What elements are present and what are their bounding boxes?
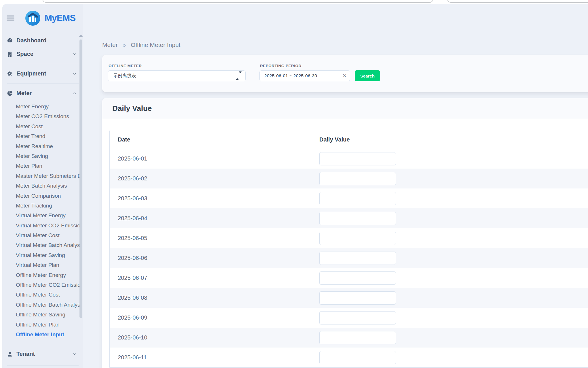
value-cell [311, 288, 588, 308]
sidebar-divider [7, 365, 79, 366]
sidebar-item-meter-co2-emissions[interactable]: Meter CO2 Emissions [2, 112, 79, 121]
sidebar-item-offline-meter-co2-emissions[interactable]: Offline Meter CO2 Emissions [2, 280, 79, 290]
sidebar-item-label: Equipment [16, 70, 46, 77]
sidebar-item-offline-meter-input[interactable]: Offline Meter Input [2, 330, 79, 339]
sidebar-item-dashboard[interactable]: Dashboard [2, 34, 83, 47]
sidebar: MyEMS Dashboard Space [2, 4, 83, 368]
sidebar-item-meter-energy[interactable]: Meter Energy [2, 102, 79, 112]
sidebar-item-meter-realtime[interactable]: Meter Realtime [2, 141, 79, 151]
sidebar-item-meter-saving[interactable]: Meter Saving [2, 151, 79, 161]
chevron-down-icon [72, 352, 77, 356]
daily-value-card-body: Date Daily Value 2025-06-012025-06-02202… [102, 119, 588, 368]
date-cell: 2025-06-11 [110, 348, 311, 367]
sidebar-item-meter-trend[interactable]: Meter Trend [2, 131, 79, 141]
sidebar-item-master-meter-submeters-balance[interactable]: Master Meter Submeters Balance [2, 171, 79, 181]
sidebar-item-offline-meter-energy[interactable]: Offline Meter Energy [2, 270, 79, 280]
column-header-date: Date [110, 130, 311, 149]
table-row: 2025-06-01 [110, 149, 588, 169]
breadcrumb-separator: » [123, 41, 126, 48]
meter-submenu: Meter EnergyMeter CO2 EmissionsMeter Cos… [2, 102, 83, 339]
sidebar-divider [7, 83, 79, 84]
daily-value-input[interactable] [319, 192, 396, 205]
daily-value-table: Date Daily Value 2025-06-012025-06-02202… [109, 130, 588, 368]
sidebar-item-equipment[interactable]: Equipment [2, 67, 83, 80]
browser-chrome-strip [0, 0, 588, 4]
date-cell: 2025-06-09 [110, 308, 311, 328]
offline-meter-label: OFFLINE METER [109, 64, 246, 68]
value-cell [311, 348, 588, 367]
daily-value-table-body: 2025-06-012025-06-022025-06-032025-06-04… [110, 149, 588, 367]
reporting-period-input[interactable]: 2025-06-01 ~ 2025-06-30 × [259, 70, 350, 81]
gear-icon [7, 71, 13, 77]
date-cell: 2025-06-07 [110, 268, 311, 288]
pie-chart-icon [7, 90, 13, 97]
daily-value-input[interactable] [319, 351, 396, 364]
sidebar-item-virtual-meter-cost[interactable]: Virtual Meter Cost [2, 231, 79, 240]
sidebar-item-meter-plan[interactable]: Meter Plan [2, 161, 79, 171]
offline-meter-select[interactable]: 示例离线表 [108, 70, 246, 81]
reporting-period-label: REPORTING PERIOD [260, 64, 350, 68]
date-cell: 2025-06-03 [110, 188, 311, 208]
table-row: 2025-06-05 [110, 228, 588, 248]
value-cell [311, 308, 588, 328]
date-cell: 2025-06-01 [110, 149, 311, 169]
sidebar-item-meter[interactable]: Meter [2, 86, 83, 100]
table-row: 2025-06-04 [110, 208, 588, 228]
daily-value-input[interactable] [319, 172, 396, 185]
value-cell [311, 169, 588, 188]
sidebar-item-offline-meter-plan[interactable]: Offline Meter Plan [2, 320, 79, 330]
sidebar-item-meter-tracking[interactable]: Meter Tracking [2, 201, 79, 211]
value-cell [311, 188, 588, 208]
table-row: 2025-06-03 [110, 188, 588, 208]
clear-icon[interactable]: × [343, 73, 346, 79]
date-cell: 2025-06-08 [110, 288, 311, 308]
main-content: Meter » Offline Meter Input OFFLINE METE… [83, 4, 588, 368]
daily-value-input[interactable] [319, 291, 396, 305]
daily-value-input[interactable] [319, 212, 396, 225]
sidebar-item-virtual-meter-co2-emissions[interactable]: Virtual Meter CO2 Emissions [2, 221, 79, 231]
breadcrumb-current: Offline Meter Input [131, 41, 180, 48]
sidebar-item-virtual-meter-saving[interactable]: Virtual Meter Saving [2, 250, 79, 260]
sidebar-nav: Dashboard Space [2, 4, 83, 368]
sidebar-item-offline-meter-cost[interactable]: Offline Meter Cost [2, 290, 79, 300]
daily-value-input[interactable] [319, 252, 396, 265]
date-cell: 2025-06-02 [110, 169, 311, 188]
daily-value-input[interactable] [319, 331, 396, 344]
chevron-up-icon [72, 91, 77, 96]
breadcrumb-meter[interactable]: Meter [102, 41, 118, 48]
sidebar-item-label: Tenant [16, 351, 35, 357]
sidebar-item-meter-cost[interactable]: Meter Cost [2, 122, 79, 131]
sidebar-item-meter-batch-analysis[interactable]: Meter Batch Analysis [2, 181, 79, 191]
daily-value-input[interactable] [319, 271, 396, 285]
daily-value-card-header: Daily Value [102, 98, 588, 119]
sidebar-item-meter-comparison[interactable]: Meter Comparison [2, 191, 79, 201]
sidebar-item-virtual-meter-plan[interactable]: Virtual Meter Plan [2, 260, 79, 270]
sidebar-scroll-up-arrow[interactable] [79, 35, 83, 37]
value-cell [311, 228, 588, 248]
value-cell [311, 268, 588, 288]
table-row: 2025-06-07 [110, 268, 588, 288]
person-icon [7, 351, 13, 357]
value-cell [311, 328, 588, 348]
sidebar-item-offline-meter-batch-analysis[interactable]: Offline Meter Batch Analysis [2, 300, 79, 310]
date-cell: 2025-06-06 [110, 248, 311, 268]
table-row: 2025-06-02 [110, 169, 588, 188]
sidebar-item-offline-meter-saving[interactable]: Offline Meter Saving [2, 310, 79, 320]
sidebar-item-label: Space [16, 51, 33, 57]
daily-value-card: Daily Value Date Daily Value 2025-06-012… [102, 98, 588, 368]
sidebar-item-virtual-meter-energy[interactable]: Virtual Meter Energy [2, 211, 79, 220]
daily-value-input[interactable] [319, 152, 396, 165]
address-bar-bottom [42, 0, 434, 3]
sidebar-item-space[interactable]: Space [2, 47, 83, 61]
select-arrows-icon [236, 73, 242, 78]
sidebar-item-virtual-meter-batch-analysis[interactable]: Virtual Meter Batch Analysis [2, 240, 79, 250]
sidebar-scrollbar-thumb[interactable] [79, 39, 82, 318]
search-button[interactable]: Search [355, 70, 380, 81]
daily-value-input[interactable] [319, 232, 396, 245]
daily-value-input[interactable] [319, 311, 396, 324]
sidebar-item-tenant[interactable]: Tenant [2, 347, 83, 361]
column-header-daily-value: Daily Value [311, 130, 588, 149]
sidebar-divider [7, 344, 79, 344]
breadcrumb: Meter » Offline Meter Input [102, 4, 588, 48]
gauge-icon [7, 37, 13, 44]
